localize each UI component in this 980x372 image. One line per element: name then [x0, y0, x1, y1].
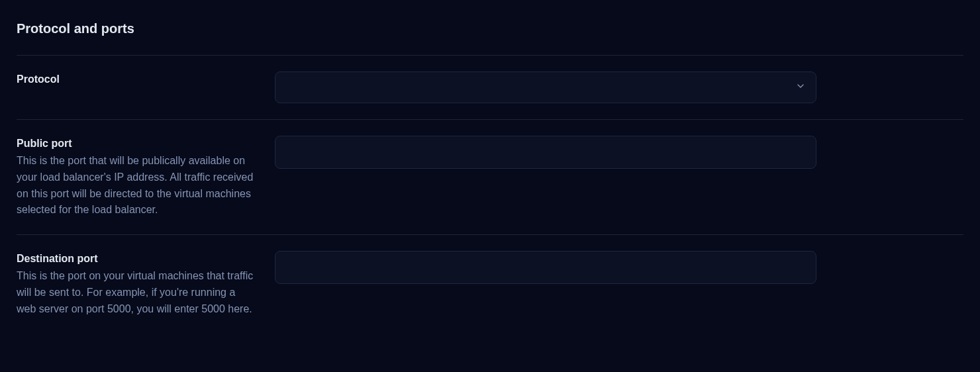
destination-port-input[interactable]: [275, 251, 816, 284]
destination-port-description: This is the port on your virtual machine…: [17, 268, 255, 317]
protocol-row: Protocol: [17, 56, 963, 119]
section-title: Protocol and ports: [17, 21, 963, 36]
public-port-input[interactable]: [275, 136, 816, 169]
destination-port-row: Destination port This is the port on you…: [17, 235, 963, 333]
public-port-description: This is the port that will be publically…: [17, 153, 255, 218]
protocol-select[interactable]: [275, 71, 816, 103]
protocol-select-wrapper: [275, 71, 816, 103]
destination-port-label: Destination port: [17, 251, 255, 267]
public-port-row: Public port This is the port that will b…: [17, 120, 963, 234]
public-port-label: Public port: [17, 136, 255, 152]
protocol-label: Protocol: [17, 71, 255, 87]
